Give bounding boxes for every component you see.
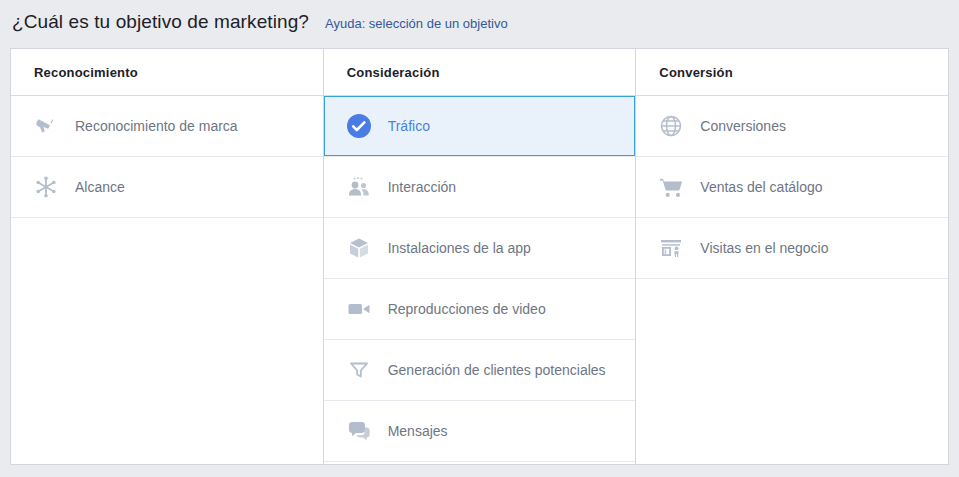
- objective-column-2: ConsideraciónTráficoInteracciónInstalaci…: [323, 49, 636, 464]
- objective-table: ReconocimientoReconocimiento de marcaAlc…: [10, 48, 949, 465]
- globe-icon: [658, 113, 684, 139]
- objective-label: Ventas del catálogo: [700, 179, 822, 195]
- help-link[interactable]: Ayuda: selección de un objetivo: [325, 16, 508, 31]
- megaphone-icon: [33, 113, 59, 139]
- reach-icon: [33, 174, 59, 200]
- objective-label: Interacción: [388, 179, 456, 195]
- page-title: ¿Cuál es tu objetivo de marketing?: [12, 11, 309, 33]
- app-cube-icon: [346, 235, 372, 261]
- storefront-icon: [658, 235, 684, 261]
- column-empty-space: [636, 279, 948, 464]
- objective-label: Reconocimiento de marca: [75, 118, 238, 134]
- objective-item[interactable]: Tráfico: [324, 96, 636, 157]
- column-header: Reconocimiento: [11, 49, 323, 96]
- objective-item[interactable]: Interacción: [324, 157, 636, 218]
- objective-label: Reproducciones de video: [388, 301, 546, 317]
- objective-label: Generación de clientes potenciales: [388, 362, 606, 378]
- objective-label: Instalaciones de la app: [388, 240, 531, 256]
- check-circle-icon: [346, 113, 372, 139]
- cart-icon: [658, 174, 684, 200]
- column-header: Conversión: [636, 49, 948, 96]
- funnel-icon: [346, 357, 372, 383]
- objective-label: Alcance: [75, 179, 125, 195]
- objective-column-3: ConversiónConversionesVentas del catálog…: [635, 49, 948, 464]
- video-camera-icon: [346, 296, 372, 322]
- objective-item[interactable]: Mensajes: [324, 401, 636, 462]
- objective-item[interactable]: Conversiones: [636, 96, 948, 157]
- objective-item[interactable]: Alcance: [11, 157, 323, 218]
- objective-column-1: ReconocimientoReconocimiento de marcaAlc…: [11, 49, 323, 464]
- objective-item[interactable]: Reproducciones de video: [324, 279, 636, 340]
- chat-bubbles-icon: [346, 418, 372, 444]
- objective-label: Conversiones: [700, 118, 786, 134]
- objective-label: Tráfico: [388, 118, 430, 134]
- objective-label: Visitas en el negocio: [700, 240, 828, 256]
- column-header: Consideración: [324, 49, 636, 96]
- page-header: ¿Cuál es tu objetivo de marketing? Ayuda…: [0, 0, 959, 42]
- objective-item[interactable]: Instalaciones de la app: [324, 218, 636, 279]
- engagement-people-icon: [346, 174, 372, 200]
- objective-item[interactable]: Ventas del catálogo: [636, 157, 948, 218]
- objective-item[interactable]: Reconocimiento de marca: [11, 96, 323, 157]
- objective-item[interactable]: Generación de clientes potenciales: [324, 340, 636, 401]
- objective-label: Mensajes: [388, 423, 448, 439]
- objective-item[interactable]: Visitas en el negocio: [636, 218, 948, 279]
- column-empty-space: [11, 218, 323, 464]
- column-empty-space: [324, 462, 636, 464]
